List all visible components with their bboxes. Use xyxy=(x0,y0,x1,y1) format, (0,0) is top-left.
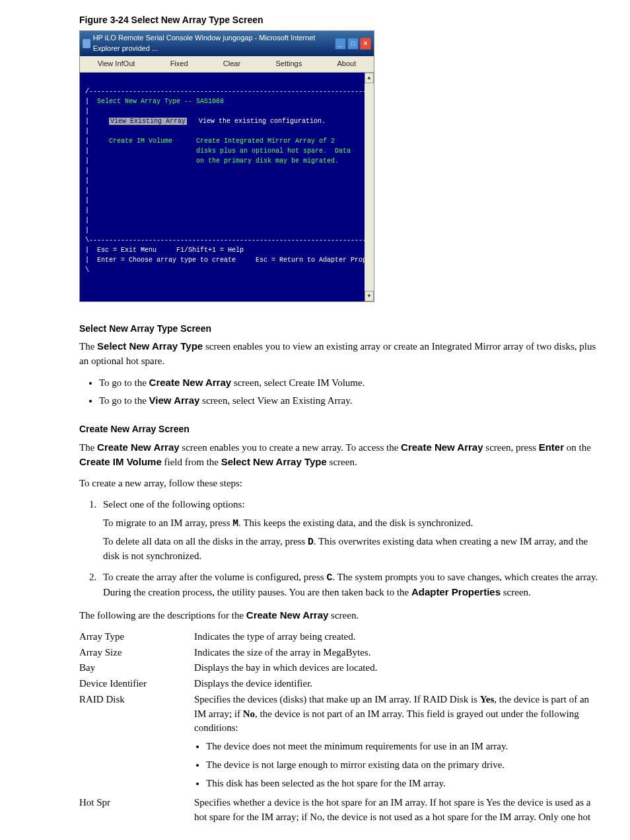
maximize-button[interactable]: □ xyxy=(347,38,359,50)
dl-term: Array Type xyxy=(79,630,192,644)
list-item: To go to the Create New Array screen, se… xyxy=(99,375,604,391)
window-titlebar: HP iLO Remote Serial Console Window jung… xyxy=(80,31,374,56)
opt-create-desc2: disks plus an optional hot spare. Data xyxy=(196,147,351,155)
list-item: To go to the View Array screen, select V… xyxy=(99,393,604,408)
step-list: Select one of the following options: To … xyxy=(79,498,604,600)
para: The following are the descriptions for t… xyxy=(79,608,604,623)
term-foot2: Enter = Choose array type to create Esc … xyxy=(97,256,390,264)
menu-fixed[interactable]: Fixed xyxy=(165,57,193,71)
dl-term: Hot Spr xyxy=(79,796,192,825)
step-2: To create the array after the volume is … xyxy=(99,570,604,600)
menubar: View InfOut Fixed Clear Settings About xyxy=(80,56,374,73)
bold-term: Enter xyxy=(539,441,564,453)
scrollbar[interactable]: ▲ ▼ xyxy=(365,73,374,301)
bullet-list: To go to the Create New Array screen, se… xyxy=(79,375,604,408)
bold-term: View Array xyxy=(149,395,200,406)
bold-no: No xyxy=(243,708,255,719)
bold-yes: Yes xyxy=(480,694,495,705)
dl-desc: Indicates the size of the array in MegaB… xyxy=(194,646,604,660)
para: The Select New Array Type screen enables… xyxy=(79,339,604,369)
dl-term: Device Identifier xyxy=(79,677,192,691)
key-C: C xyxy=(326,572,332,583)
opt-create-im[interactable]: Create IM Volume xyxy=(109,137,172,145)
menu-clear[interactable]: Clear xyxy=(218,57,246,71)
explorer-icon xyxy=(83,39,90,48)
window-title: HP iLO Remote Serial Console Window jung… xyxy=(93,33,333,54)
screenshot: HP iLO Remote Serial Console Window jung… xyxy=(79,30,374,302)
term-border-top: /---------------------------------------… xyxy=(85,88,370,95)
term-border-bot: \---------------------------------------… xyxy=(85,237,370,244)
step-1: Select one of the following options: To … xyxy=(99,498,604,564)
term-foot1: Esc = Exit Menu F1/Shift+1 = Help xyxy=(97,247,244,254)
dl-desc: Indicates the type of array being create… xyxy=(194,630,604,644)
terminal-pane: /---------------------------------------… xyxy=(80,73,374,301)
dl-desc: Displays the bay in which devices are lo… xyxy=(194,661,604,675)
para: To create a new array, follow these step… xyxy=(79,477,604,491)
menu-settings[interactable]: Settings xyxy=(270,57,307,71)
figure-caption: Figure 3-24 Select New Array Type Screen xyxy=(79,13,604,26)
heading-create-new-array: Create New Array Screen xyxy=(79,422,604,436)
bold-term: Select New Array Type xyxy=(221,456,327,467)
bold-term: Create New Array xyxy=(97,441,180,453)
dl-term: RAID Disk xyxy=(79,693,192,795)
bold-term: Create New Array xyxy=(401,441,483,453)
close-button[interactable]: × xyxy=(360,38,371,50)
menu-about[interactable]: About xyxy=(332,57,362,71)
list-item: The device is not large enough to mirror… xyxy=(206,758,604,773)
heading-select-new-array: Select New Array Type Screen xyxy=(79,322,604,335)
list-item: This disk has been selected as the hot s… xyxy=(206,777,604,791)
scroll-down-icon[interactable]: ▼ xyxy=(365,291,374,301)
bold-term: Create New Array xyxy=(149,377,232,388)
minimize-button[interactable]: _ xyxy=(335,38,346,50)
opt-create-desc1: Create Integrated Mirror Array of 2 xyxy=(196,137,335,145)
term-heading: Select New Array Type -- SAS1068 xyxy=(97,98,224,105)
bold-term: Create IM Volume xyxy=(79,456,162,467)
list-item: The device does not meet the minimum req… xyxy=(206,740,604,754)
definition-list: Array Type Indicates the type of array b… xyxy=(79,630,604,825)
key-M: M xyxy=(232,518,238,529)
opt-view-existing[interactable]: View Existing Array xyxy=(109,118,187,125)
menu-viewinfout[interactable]: View InfOut xyxy=(92,57,141,71)
opt-create-desc3: on the primary disk may be migrated. xyxy=(196,157,339,165)
opt-view-existing-desc: View the existing configuration. xyxy=(199,118,326,125)
dl-desc: Specifies whether a device is the hot sp… xyxy=(194,796,604,825)
dl-desc: Specifies the devices (disks) that make … xyxy=(194,693,604,795)
dl-desc: Displays the device identifier. xyxy=(194,677,604,691)
step-para: To delete all data on all the disks in t… xyxy=(103,535,604,564)
bold-term: Select New Array Type xyxy=(97,340,203,352)
bold-term: Create New Array xyxy=(246,609,329,621)
key-D: D xyxy=(308,537,314,547)
dl-term: Array Size xyxy=(79,646,192,660)
scroll-up-icon[interactable]: ▲ xyxy=(365,73,374,83)
para: The Create New Array screen enables you … xyxy=(79,440,604,471)
dl-term: Bay xyxy=(79,661,192,675)
bold-term: Adapter Properties xyxy=(411,586,501,597)
step-para: To migrate to an IM array, press M. This… xyxy=(103,516,604,531)
